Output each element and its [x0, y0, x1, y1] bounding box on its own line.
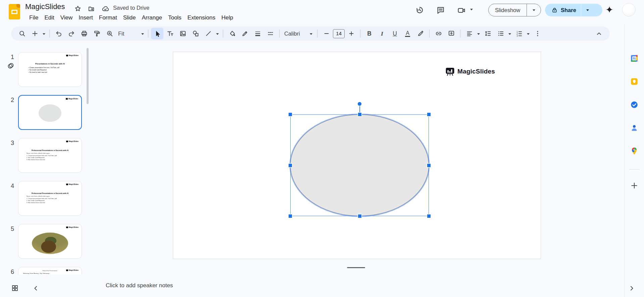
side-panel-divider: [629, 169, 639, 169]
slide-thumbnail-1[interactable]: MagicSlides Presentations in Seconds wit…: [18, 52, 82, 87]
hide-menus-icon[interactable]: [593, 28, 605, 39]
resize-handle-bottom-left[interactable]: [289, 214, 292, 218]
highlight-color-icon[interactable]: [414, 28, 427, 39]
zoom-value: Fit: [118, 31, 124, 37]
slide-filmstrip: 1 MagicSlides Presentations in Seconds w…: [0, 24, 91, 275]
slide-thumbnail-4[interactable]: MagicSlides Professional Presentations i…: [18, 181, 82, 216]
zoom-select[interactable]: Fit: [116, 28, 132, 39]
bulleted-list-icon[interactable]: [494, 28, 507, 39]
resize-handle-top-left[interactable]: [289, 113, 292, 116]
document-title[interactable]: MagicSlides: [25, 2, 65, 12]
google-maps-icon[interactable]: [630, 147, 639, 155]
slide-thumbnail-3[interactable]: MagicSlides Professional Presentations i…: [18, 138, 82, 173]
insert-image-icon[interactable]: [177, 28, 189, 39]
gemini-sparkle-icon[interactable]: [604, 5, 614, 15]
select-tool-icon[interactable]: [151, 28, 163, 39]
increase-font-size-icon[interactable]: [345, 28, 357, 39]
border-color-icon[interactable]: [239, 28, 251, 39]
divider: [460, 30, 460, 38]
share-button[interactable]: Share: [545, 4, 581, 16]
menu-arrange[interactable]: Arrange: [139, 13, 165, 22]
google-contacts-icon[interactable]: [630, 123, 639, 132]
speaker-notes-placeholder[interactable]: Click to add speaker notes: [106, 282, 173, 289]
slide-editor[interactable]: MagicSlides: [173, 52, 541, 259]
menu-insert[interactable]: Insert: [76, 13, 96, 22]
rotation-handle[interactable]: [358, 102, 361, 106]
add-comment-icon[interactable]: [445, 28, 457, 39]
font-family-select[interactable]: Calibri: [282, 28, 314, 39]
slide-brand-logo: MagicSlides: [445, 67, 495, 76]
menu-view[interactable]: View: [57, 13, 76, 22]
slide-thumbnail-5[interactable]: MagicSlides: [18, 224, 82, 259]
font-size-input[interactable]: 14: [333, 29, 345, 38]
resize-handle-top[interactable]: [358, 113, 361, 116]
insert-line-dropdown[interactable]: [215, 28, 220, 39]
slideshow-button-group: Slideshow: [488, 4, 541, 16]
collapse-filmstrip-icon[interactable]: [33, 285, 39, 292]
comments-icon[interactable]: [436, 6, 445, 14]
filmstrip-scrollbar[interactable]: [87, 48, 89, 104]
share-label: Share: [561, 7, 576, 13]
slideshow-button[interactable]: Slideshow: [489, 7, 527, 13]
decrease-font-size-icon[interactable]: [320, 28, 333, 39]
italic-icon[interactable]: I: [376, 28, 388, 39]
line-spacing-icon[interactable]: [482, 28, 494, 39]
slideshow-dropdown[interactable]: [527, 4, 541, 16]
google-keep-icon[interactable]: [630, 77, 639, 86]
numbered-list-dropdown[interactable]: [526, 28, 531, 39]
menu-help[interactable]: Help: [218, 13, 236, 22]
paint-format-icon[interactable]: [91, 28, 103, 39]
divider: [429, 30, 430, 38]
star-icon[interactable]: [74, 5, 83, 14]
resize-handle-right[interactable]: [427, 164, 431, 167]
slide-thumbnail-2-selected[interactable]: MagicSlides: [18, 95, 82, 130]
border-weight-icon[interactable]: [251, 28, 264, 39]
align-icon[interactable]: [463, 28, 476, 39]
thumb-brand: MagicSlides: [66, 140, 79, 142]
menu-edit[interactable]: Edit: [41, 13, 57, 22]
google-tasks-icon[interactable]: [630, 100, 639, 109]
resize-handle-bottom[interactable]: [358, 214, 361, 218]
insert-line-icon[interactable]: [202, 28, 214, 39]
grid-view-icon[interactable]: [11, 284, 19, 292]
resize-handle-left[interactable]: [289, 164, 292, 167]
menu-format[interactable]: Format: [96, 13, 120, 22]
bold-icon[interactable]: B: [363, 28, 376, 39]
menu-slide[interactable]: Slide: [120, 13, 139, 22]
align-dropdown[interactable]: [476, 28, 481, 39]
join-call-dropdown[interactable]: [470, 7, 473, 12]
insert-shape-icon[interactable]: [189, 28, 202, 39]
zoom-dropdown[interactable]: [140, 28, 145, 39]
slides-logo[interactable]: [9, 4, 20, 19]
underline-icon[interactable]: U: [389, 28, 401, 39]
menu-extensions[interactable]: Extensions: [185, 13, 218, 22]
text-color-icon[interactable]: A: [401, 28, 414, 39]
menu-tools[interactable]: Tools: [165, 13, 185, 22]
clip-icon: [7, 62, 15, 70]
numbered-list-icon[interactable]: 123: [513, 28, 525, 39]
move-folder-icon[interactable]: [88, 5, 96, 14]
share-dropdown[interactable]: [581, 4, 594, 16]
get-add-ons-icon[interactable]: [630, 181, 639, 190]
more-options-icon[interactable]: [531, 28, 544, 39]
saved-status[interactable]: Saved to Drive: [113, 5, 149, 11]
insert-link-icon[interactable]: [432, 28, 445, 39]
google-slides-app: MagicSlides Saved to Drive File Edit Vie…: [0, 0, 644, 297]
version-history-icon[interactable]: [415, 6, 424, 14]
join-call-icon[interactable]: [457, 6, 466, 15]
slide-thumbnail-6[interactable]: MagicSlides End of the Presentation Mark…: [18, 267, 82, 275]
selected-shape-group[interactable]: [290, 114, 429, 216]
menu-file[interactable]: File: [26, 13, 41, 22]
avatar[interactable]: [622, 3, 636, 16]
resize-handle-top-right[interactable]: [427, 113, 431, 116]
zoom-icon[interactable]: [103, 28, 116, 39]
google-calendar-icon[interactable]: 31: [630, 54, 639, 63]
notes-resize-handle[interactable]: [347, 267, 365, 268]
fill-color-icon[interactable]: [226, 28, 238, 39]
border-dash-icon[interactable]: [264, 28, 277, 39]
text-box-icon[interactable]: [164, 28, 176, 39]
thumb-title: Presentations in Seconds with AI: [18, 63, 82, 65]
slide-number: 5: [6, 226, 14, 233]
resize-handle-bottom-right[interactable]: [427, 214, 431, 218]
bulleted-list-dropdown[interactable]: [507, 28, 512, 39]
